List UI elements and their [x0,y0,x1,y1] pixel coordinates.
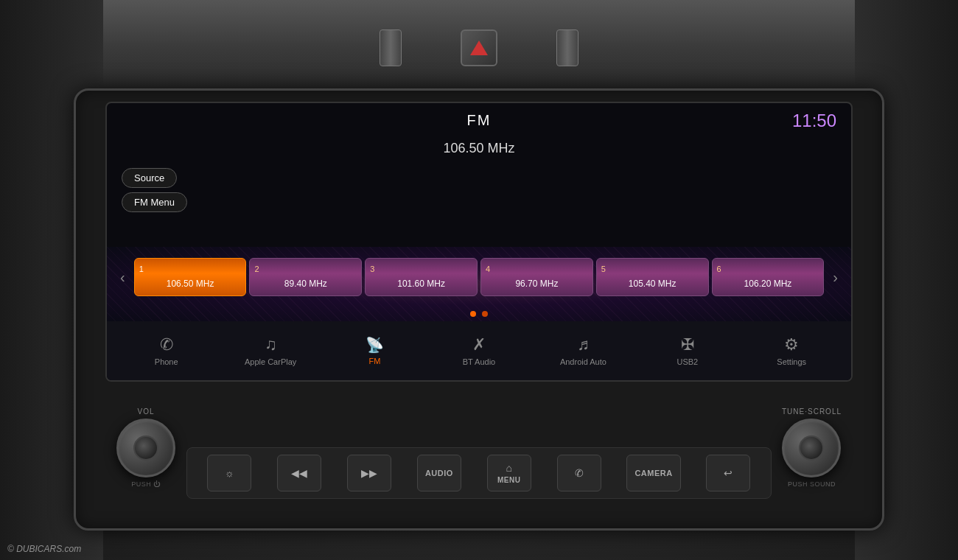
preset-6-freq: 106.20 MHz [744,279,792,289]
tune-label: TUNE·SCROLL [782,407,842,416]
audio-button[interactable]: audio [417,455,461,491]
android-auto-icon: ♬ [577,335,590,354]
tune-knob[interactable] [782,419,841,477]
vol-push-label: PUSH ⏻ [116,480,175,488]
presets-area: ‹ 1 106.50 MHz 2 89.40 MHz 3 101.60 MHz … [107,247,851,321]
preset-2[interactable]: 2 89.40 MHz [249,258,362,296]
control-buttons-area: Source FM Menu [107,162,851,218]
nav-apple-carplay[interactable]: ♫ Apple CarPlay [218,329,322,372]
nav-carplay-label: Apple CarPlay [245,357,296,366]
bt-audio-icon: ✗ [472,335,486,354]
nav-usb-label: USB2 [676,357,698,366]
preset-3-freq: 101.60 MHz [397,279,445,289]
camera-label: CAMERA [634,469,672,477]
back-button[interactable]: ↩ [706,455,750,491]
preset-4-freq: 96.70 MHz [515,279,558,289]
vol-knob[interactable] [116,419,175,477]
tune-knob-area: TUNE·SCROLL PUSH SOUND [782,407,842,488]
audio-label: audio [425,469,453,477]
preset-5-freq: 105.40 MHz [629,279,676,289]
phone-call-icon: ✆ [575,467,584,479]
prev-track-button[interactable]: ◀◀ [277,455,321,491]
screen-time: 11:50 [792,111,836,131]
bottom-buttons-row: ☼ ◀◀ ▶▶ audio ⌂ MENU ✆ CAMERA ↩ [186,447,772,499]
preset-3[interactable]: 3 101.60 MHz [365,258,478,296]
screen-header: FM 11:50 [107,103,851,138]
preset-4[interactable]: 4 96.70 MHz [480,258,593,296]
preset-4-num: 4 [486,265,588,273]
nav-phone-label: Phone [155,357,178,366]
vol-knob-area: VOL PUSH ⏻ [116,407,175,488]
back-icon: ↩ [724,467,733,479]
presets-prev-button[interactable]: ‹ [114,265,131,290]
preset-6[interactable]: 6 106.20 MHz [712,258,825,296]
nav-settings[interactable]: ⚙ Settings [740,329,844,372]
dot-1 [470,311,476,317]
preset-2-freq: 89.40 MHz [284,279,327,289]
left-vent-knob [380,29,402,66]
source-button[interactable]: Source [122,168,177,188]
preset-2-num: 2 [254,265,357,273]
menu-button[interactable]: ⌂ MENU [487,455,531,491]
frequency-display: 106.50 MHz [107,138,851,162]
tune-push-label: PUSH SOUND [782,480,842,488]
phone-call-button[interactable]: ✆ [557,455,601,491]
settings-icon: ⚙ [784,335,799,354]
menu-home-icon: ⌂ [506,462,511,474]
usb-icon: ✠ [681,335,694,354]
nav-bar: ✆ Phone ♫ Apple CarPlay 📡 FM ✗ BT Audio … [107,321,851,380]
next-icon: ▶▶ [361,467,377,479]
phone-icon: ✆ [160,335,173,354]
preset-3-num: 3 [370,265,472,273]
fm-icon: 📡 [366,336,384,354]
nav-fm[interactable]: 📡 FM [323,330,427,371]
nav-android-auto[interactable]: ♬ Android Auto [531,329,635,372]
hazard-icon [470,41,488,55]
nav-usb2[interactable]: ✠ USB2 [635,329,739,372]
top-vent-area [0,0,958,96]
infotainment-unit: FM 11:50 106.50 MHz Source FM Menu ‹ 1 1… [74,88,884,531]
camera-button[interactable]: CAMERA [626,455,680,491]
presets-next-button[interactable]: › [827,265,844,290]
preset-1-num: 1 [139,265,242,273]
nav-bt-label: BT Audio [463,357,495,366]
presets-container: ‹ 1 106.50 MHz 2 89.40 MHz 3 101.60 MHz … [107,247,851,307]
preset-5-num: 5 [601,265,704,273]
right-vent-knob [556,29,578,66]
hazard-button[interactable] [461,29,497,66]
nav-phone[interactable]: ✆ Phone [114,329,218,372]
carplay-icon: ♫ [265,335,277,354]
screen-title: FM [122,112,836,129]
preset-1[interactable]: 1 106.50 MHz [134,258,247,296]
menu-label: MENU [497,476,520,484]
watermark: © DUBICARS.com [7,544,81,554]
nav-fm-label: FM [369,357,381,365]
fm-menu-button[interactable]: FM Menu [122,192,187,212]
preset-5[interactable]: 5 105.40 MHz [596,258,709,296]
main-screen: FM 11:50 106.50 MHz Source FM Menu ‹ 1 1… [105,102,853,382]
display-icon: ☼ [225,467,234,479]
nav-bt-audio[interactable]: ✗ BT Audio [427,329,531,372]
nav-android-label: Android Auto [560,357,606,366]
page-indicator [107,307,851,321]
next-track-button[interactable]: ▶▶ [347,455,391,491]
preset-1-freq: 106.50 MHz [167,279,214,289]
vol-label: VOL [116,407,175,416]
preset-6-num: 6 [717,265,819,273]
prev-icon: ◀◀ [291,467,307,479]
nav-settings-label: Settings [777,357,806,366]
display-button[interactable]: ☼ [207,455,251,491]
dot-2 [482,311,488,317]
